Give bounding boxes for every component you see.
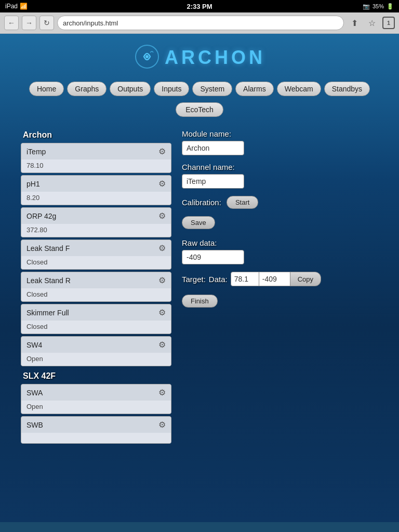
nav-standbys[interactable]: Standbys	[324, 82, 370, 96]
nav-ecotech[interactable]: EcoTech	[176, 102, 223, 117]
channel-ph1-gear[interactable]: ⚙	[158, 179, 166, 189]
ocean-background: ARCHON iTemp Home Graphs Outputs Inputs …	[0, 34, 399, 522]
back-button[interactable]: ←	[4, 16, 19, 30]
calibration-row: Calibration: Start	[182, 196, 378, 209]
channel-skimmer-full-name: Skimmer Full	[26, 309, 69, 317]
channel-leak-stand-f-name: Leak Stand F	[26, 244, 70, 252]
channel-leak-stand-r-gear[interactable]: ⚙	[158, 275, 166, 285]
status-right: 📷 35% 🔋	[363, 3, 394, 10]
left-panel: Archon iTemp ⚙ 78.10 pH1 ⚙ 8.20 ORP 42g …	[21, 127, 171, 446]
channel-skimmer-full-header: Skimmer Full ⚙	[21, 304, 171, 321]
module-name-label: Module name:	[182, 129, 378, 138]
raw-data-label: Raw data:	[182, 238, 378, 247]
status-bar: iPad 📶 2:33 PM 📷 35% 🔋	[0, 0, 399, 12]
logo-brand: ARCHON	[165, 47, 265, 69]
channel-leak-stand-f-header: Leak Stand F ⚙	[21, 240, 171, 256]
channel-swa-name: SWA	[26, 389, 43, 397]
channel-sw4-gear[interactable]: ⚙	[158, 340, 166, 350]
channel-swa-value: Open	[21, 401, 171, 414]
main-content: Archon iTemp ⚙ 78.10 pH1 ⚙ 8.20 ORP 42g …	[0, 122, 399, 451]
channel-itemp: iTemp ⚙ 78.10	[21, 143, 171, 173]
channel-sw4-name: SW4	[26, 341, 42, 349]
logo-container: ARCHON	[134, 43, 265, 72]
channel-leak-stand-r-value: Closed	[21, 288, 171, 301]
url-bar[interactable]: archon/inputs.html	[57, 16, 344, 30]
nav-bar: iTemp Home Graphs Outputs Inputs System …	[0, 77, 399, 100]
channel-name-label: Channel name:	[182, 163, 378, 171]
right-panel: Module name: Channel name: Calibration: …	[182, 127, 378, 446]
channel-sw4-header: SW4 ⚙	[21, 337, 171, 353]
channel-swb-value	[21, 433, 171, 443]
url-text: archon/inputs.html	[63, 19, 118, 27]
channel-swb-name: SWB	[26, 421, 43, 429]
nav-alarms[interactable]: Alarms	[235, 82, 274, 96]
battery-level: 35%	[373, 3, 384, 9]
target-data-section: Target: Data: Copy	[182, 272, 378, 286]
channel-ph1-value: 8.20	[21, 192, 171, 205]
module-slx-label: SLX 42F	[21, 368, 171, 384]
finish-button[interactable]: Finish	[182, 295, 218, 308]
channel-itemp-name: iTemp	[26, 148, 46, 156]
channel-itemp-header: iTemp ⚙	[21, 143, 171, 159]
nav-home[interactable]: Home	[29, 82, 64, 96]
channel-orp-header: ORP 42g ⚙	[21, 208, 171, 224]
nav-row2: EcoTech	[0, 100, 399, 122]
bookmark-button[interactable]: ☆	[365, 16, 379, 30]
channel-ph1-name: pH1	[26, 180, 40, 188]
channel-skimmer-full-gear[interactable]: ⚙	[158, 308, 166, 317]
nav-outputs[interactable]: Outputs	[110, 82, 151, 96]
status-time: 2:33 PM	[187, 3, 212, 10]
channel-ph1-header: pH1 ⚙	[21, 176, 171, 192]
channel-leak-stand-r: Leak Stand R ⚙ Closed	[21, 272, 171, 302]
calibration-label: Calibration:	[182, 198, 221, 207]
channel-leak-stand-f: Leak Stand F ⚙ Closed	[21, 240, 171, 270]
target-label: Target:	[182, 275, 206, 284]
channel-orp: ORP 42g ⚙ 372.80	[21, 207, 171, 237]
nav-webcam[interactable]: Webcam	[277, 82, 321, 96]
channel-leak-stand-f-value: Closed	[21, 256, 171, 269]
save-button[interactable]: Save	[182, 216, 215, 229]
channel-ph1: pH1 ⚙ 8.20	[21, 175, 171, 205]
channel-orp-gear[interactable]: ⚙	[158, 211, 166, 221]
channel-orp-name: ORP 42g	[26, 212, 56, 220]
share-button[interactable]: ⬆	[347, 16, 362, 30]
channel-swb: SWB ⚙	[21, 416, 171, 444]
forward-button[interactable]: →	[22, 16, 36, 30]
channel-leak-stand-r-header: Leak Stand R ⚙	[21, 272, 171, 288]
logo-icon	[134, 43, 161, 72]
channel-swa-gear[interactable]: ⚙	[158, 388, 166, 397]
channel-sw4: SW4 ⚙ Open	[21, 336, 171, 366]
reload-button[interactable]: ↻	[39, 16, 54, 30]
data-value-input[interactable]	[259, 272, 290, 286]
tab-count[interactable]: 1	[382, 17, 395, 29]
channel-itemp-value: 78.10	[21, 159, 171, 172]
channel-skimmer-full-value: Closed	[21, 321, 171, 334]
nav-inputs[interactable]: Inputs	[154, 82, 189, 96]
channel-orp-value: 372.80	[21, 224, 171, 237]
channel-leak-stand-f-gear[interactable]: ⚙	[158, 243, 166, 253]
copy-button[interactable]: Copy	[290, 272, 321, 286]
logo-area: ARCHON	[0, 34, 399, 77]
module-archon-label: Archon	[21, 127, 171, 143]
browser-bar: ← → ↻ archon/inputs.html ⬆ ☆ 1	[0, 12, 399, 34]
wifi-icon: 📶	[20, 3, 28, 10]
nav-graphs[interactable]: Graphs	[67, 82, 107, 96]
raw-data-input[interactable]	[182, 250, 244, 264]
channel-swb-gear[interactable]: ⚙	[158, 420, 166, 430]
channel-sw4-value: Open	[21, 353, 171, 366]
status-left: iPad 📶	[5, 3, 28, 10]
target-value-input[interactable]	[231, 272, 259, 286]
nav-system[interactable]: System	[192, 82, 232, 96]
carrier-label: iPad	[5, 3, 18, 10]
channel-swb-header: SWB ⚙	[21, 417, 171, 433]
bluetooth-icon: 📷	[363, 3, 370, 10]
channel-itemp-gear[interactable]: ⚙	[158, 147, 166, 156]
calibration-start-button[interactable]: Start	[227, 196, 258, 209]
channel-leak-stand-r-name: Leak Stand R	[26, 276, 71, 285]
channel-swa-header: SWA ⚙	[21, 384, 171, 401]
module-name-input[interactable]	[182, 141, 244, 155]
svg-point-1	[145, 55, 149, 58]
data-label: Data:	[209, 275, 228, 284]
channel-name-input[interactable]	[182, 174, 244, 189]
channel-swa: SWA ⚙ Open	[21, 384, 171, 414]
